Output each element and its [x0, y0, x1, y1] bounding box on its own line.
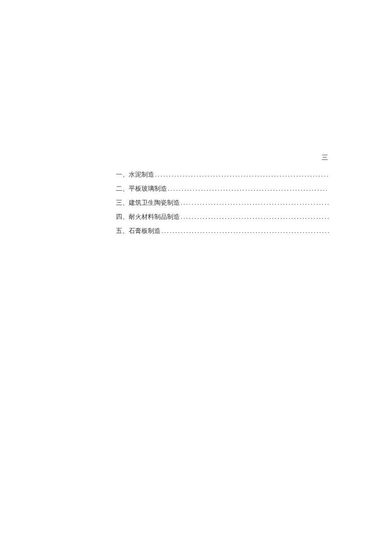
toc-entry: 三、建筑卫生陶瓷制造 [116, 199, 329, 207]
table-of-contents: 一、水泥制造 二、平板玻璃制造 三、建筑卫生陶瓷制造 四、耐火材料制品制造 五、… [116, 171, 329, 241]
toc-dots [180, 200, 329, 206]
toc-dots [180, 214, 329, 221]
toc-entry: 一、水泥制造 [116, 171, 329, 179]
toc-dots [154, 171, 329, 178]
toc-entry-label: 一、水泥制造 [116, 171, 154, 179]
toc-entry: 四、耐火材料制品制造 [116, 213, 329, 221]
page-number-mark: 三 [322, 154, 328, 162]
toc-entry: 二、平板玻璃制造 [116, 185, 329, 193]
toc-entry-label: 四、耐火材料制品制造 [116, 213, 180, 221]
toc-dots [167, 186, 329, 192]
toc-dots [161, 228, 329, 235]
toc-entry-label: 三、建筑卫生陶瓷制造 [116, 199, 180, 207]
toc-entry-label: 二、平板玻璃制造 [116, 185, 167, 193]
toc-entry-label: 五、石膏板制造 [116, 227, 161, 235]
toc-entry: 五、石膏板制造 [116, 227, 329, 235]
